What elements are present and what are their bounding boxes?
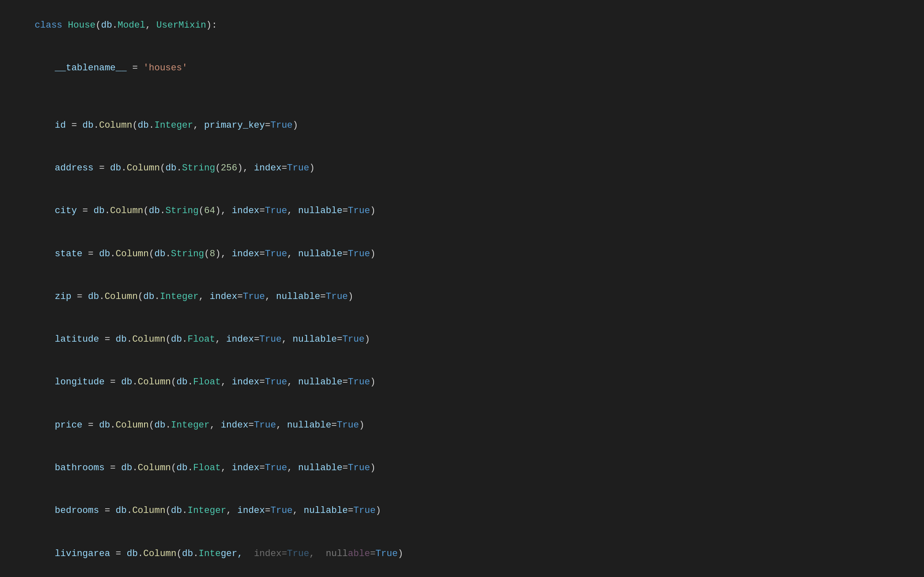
line-blank1 [13,90,924,104]
line-state: state = db.Column(db.String(8), index=Tr… [13,233,924,276]
line-latitude: latitude = db.Column(db.Float, index=Tru… [13,318,924,361]
line-tablename: __tablename__ = 'houses' [13,47,924,90]
line-bathrooms: bathrooms = db.Column(db.Float, index=Tr… [13,447,924,489]
class-name: House [68,20,95,31]
line-hometype: homeType = db.Column(db.Strin (function)… [13,575,924,577]
line-id: id = db.Column(db.Integer, primary_key=T… [13,104,924,147]
line-address: address = db.Column(db.String(256), inde… [13,147,924,190]
line-zip: zip = db.Column(db.Integer, index=True, … [13,276,924,318]
line-price: price = db.Column(db.Integer, index=True… [13,404,924,447]
line-longitude: longitude = db.Column(db.Float, index=Tr… [13,361,924,404]
code-editor: class House(db.Model, UserMixin): __tabl… [0,0,924,577]
keyword-class: class [35,20,68,31]
line-livingarea: livingarea = db.Column(db.Integer, index… [13,532,924,575]
line-bedrooms: bedrooms = db.Column(db.Integer, index=T… [13,489,924,532]
line-class: class House(db.Model, UserMixin): [13,4,924,47]
line-city: city = db.Column(db.String(64), index=Tr… [13,190,924,232]
